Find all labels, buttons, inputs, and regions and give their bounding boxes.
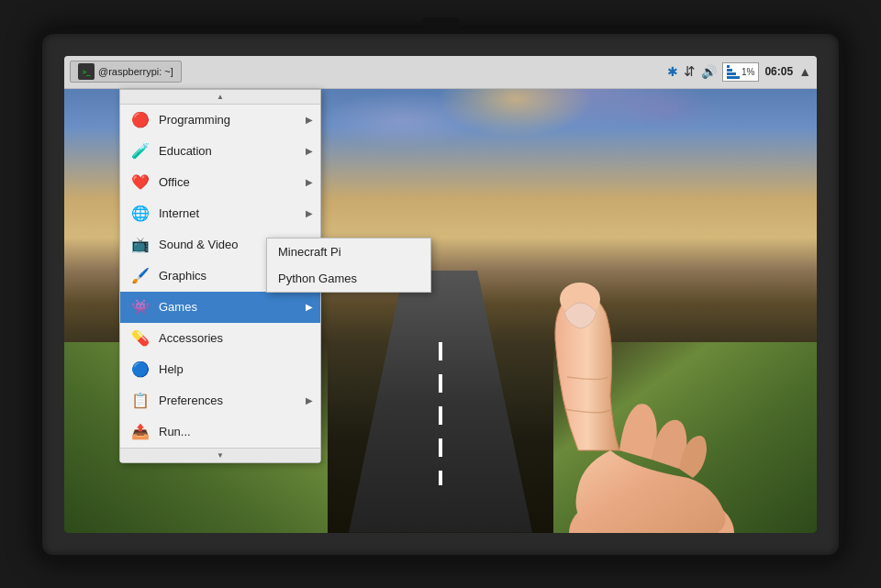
python-games-label: Python Games xyxy=(278,272,357,285)
cpu-percent: 1% xyxy=(742,67,754,77)
cpu-bar-3 xyxy=(727,72,736,75)
preferences-icon: 📋 xyxy=(129,390,151,412)
games-arrow: ▶ xyxy=(306,302,313,312)
menu-item-office[interactable]: ❤️ Office ▶ xyxy=(120,167,320,198)
menu-item-preferences[interactable]: 📋 Preferences ▶ xyxy=(120,385,320,416)
internet-icon: 🌐 xyxy=(129,203,151,225)
cpu-bars xyxy=(727,65,740,79)
education-label: Education xyxy=(159,144,212,158)
taskbar: >_ @raspberrypi: ~] ✱ ⇵ 🔊 xyxy=(64,56,817,89)
menu-item-help[interactable]: 🔵 Help xyxy=(120,354,320,385)
usb-port xyxy=(422,17,459,34)
run-icon: 📤 xyxy=(129,421,151,443)
clock: 06:05 xyxy=(764,65,793,78)
submenu-item-python-games[interactable]: Python Games xyxy=(267,265,430,292)
road-line xyxy=(439,342,442,485)
bluetooth-icon[interactable]: ✱ xyxy=(667,64,678,79)
minecraft-label: Minecraft Pi xyxy=(278,245,341,259)
cpu-bar-1 xyxy=(727,65,730,68)
programming-arrow: ▶ xyxy=(306,115,313,125)
cpu-bar-2 xyxy=(727,69,732,72)
preferences-arrow: ▶ xyxy=(306,395,313,405)
menu-item-games[interactable]: 👾 Games ▶ xyxy=(120,292,320,323)
terminal-button[interactable]: >_ @raspberrypi: ~] xyxy=(70,61,182,83)
terminal-icon: >_ xyxy=(78,63,95,80)
volume-icon[interactable]: 🔊 xyxy=(701,64,717,79)
accessories-icon: 💊 xyxy=(129,327,151,349)
office-label: Office xyxy=(159,175,190,189)
menu-scroll-down[interactable]: ▼ xyxy=(120,448,320,462)
graphics-icon: 🖌️ xyxy=(129,265,151,287)
help-label: Help xyxy=(159,362,184,376)
office-arrow: ▶ xyxy=(306,177,313,187)
office-icon: ❤️ xyxy=(129,172,151,194)
sound-video-label: Sound & Video xyxy=(159,238,239,251)
internet-label: Internet xyxy=(159,206,199,220)
device-frame: >_ @raspberrypi: ~] ✱ ⇵ 🔊 xyxy=(37,28,844,560)
menu-item-accessories[interactable]: 💊 Accessories xyxy=(120,323,320,354)
programming-label: Programming xyxy=(159,113,230,127)
menu-item-internet[interactable]: 🌐 Internet ▶ xyxy=(120,198,320,229)
screen: >_ @raspberrypi: ~] ✱ ⇵ 🔊 xyxy=(64,56,817,533)
menu-item-run[interactable]: 📤 Run... xyxy=(120,416,320,448)
preferences-label: Preferences xyxy=(159,394,223,407)
grass-right xyxy=(553,342,817,533)
cpu-bar-4 xyxy=(727,76,740,79)
games-submenu: Minecraft Pi Python Games xyxy=(266,238,431,293)
help-icon: 🔵 xyxy=(129,359,151,381)
games-icon: 👾 xyxy=(129,296,151,318)
graphics-label: Graphics xyxy=(159,269,206,283)
eject-icon[interactable]: ▲ xyxy=(798,64,811,79)
programming-icon: 🔴 xyxy=(129,109,151,131)
education-icon: 🧪 xyxy=(129,140,151,162)
submenu-item-minecraft[interactable]: Minecraft Pi xyxy=(267,239,430,265)
menu-item-programming[interactable]: 🔴 Programming ▶ xyxy=(120,105,320,136)
menu-scroll-up[interactable]: ▲ xyxy=(120,90,320,105)
menu-item-education[interactable]: 🧪 Education ▶ xyxy=(120,136,320,167)
internet-arrow: ▶ xyxy=(306,208,313,218)
education-arrow: ▶ xyxy=(306,146,313,156)
terminal-label: @raspberrypi: ~] xyxy=(98,66,173,77)
run-label: Run... xyxy=(159,425,191,438)
games-label: Games xyxy=(159,300,197,314)
cpu-widget[interactable]: 1% xyxy=(722,62,759,82)
accessories-label: Accessories xyxy=(159,331,223,345)
taskbar-right: ✱ ⇵ 🔊 1% 06:05 ▲ xyxy=(667,62,811,82)
network-icon[interactable]: ⇵ xyxy=(684,63,696,80)
sound-video-icon: 📺 xyxy=(129,234,151,256)
